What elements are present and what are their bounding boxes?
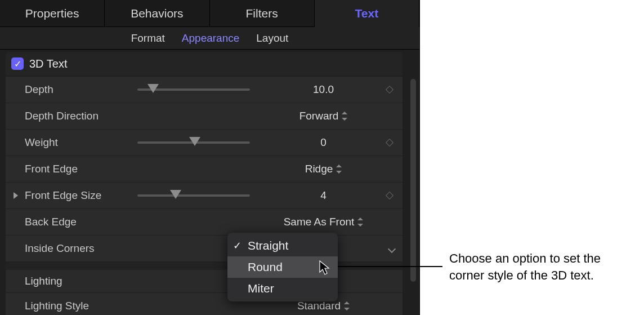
- updown-icon: [344, 302, 350, 310]
- popup-back-edge[interactable]: Same As Front: [250, 216, 397, 228]
- popup-lighting-style[interactable]: Standard: [250, 300, 397, 312]
- value-weight[interactable]: 0: [250, 136, 397, 149]
- tab-text[interactable]: Text: [315, 0, 419, 27]
- chevron-down-icon[interactable]: [388, 245, 395, 252]
- row-back-edge: Back Edge Same As Front: [6, 209, 402, 235]
- slider-weight[interactable]: [137, 138, 250, 147]
- callout-text: Choose an option to set the corner style…: [449, 250, 635, 283]
- label-weight: Weight: [25, 136, 137, 149]
- menu-item-miter[interactable]: Miter: [227, 278, 338, 299]
- tab-properties[interactable]: Properties: [0, 0, 105, 27]
- value-back-edge: Same As Front: [284, 216, 355, 228]
- row-inside-corners: Inside Corners: [6, 236, 402, 261]
- row-depth-direction: Depth Direction Forward: [6, 103, 402, 129]
- section-lighting: Lighting: [6, 270, 402, 292]
- menu-item-straight[interactable]: Straight: [227, 235, 338, 256]
- scrollbar[interactable]: [410, 79, 416, 282]
- subtab-appearance[interactable]: Appearance: [182, 32, 239, 45]
- label-lighting-style: Lighting Style: [25, 300, 137, 312]
- label-inside-corners: Inside Corners: [25, 242, 137, 255]
- row-front-edge-size: Front Edge Size 4: [6, 183, 402, 208]
- value-front-edge: Ridge: [305, 163, 333, 175]
- inspector-tabs: Properties Behaviors Filters Text: [0, 0, 419, 27]
- updown-icon: [336, 165, 342, 173]
- popup-front-edge[interactable]: Ridge: [250, 163, 397, 175]
- text-subtabs: Format Appearance Layout: [0, 27, 419, 50]
- row-front-edge: Front Edge Ridge: [6, 156, 402, 182]
- tab-behaviors[interactable]: Behaviors: [105, 0, 209, 27]
- disclosure-triangle-icon[interactable]: [14, 192, 18, 199]
- updown-icon: [357, 218, 363, 226]
- checkbox-3d-text[interactable]: ✓: [11, 57, 24, 70]
- value-depth[interactable]: 10.0: [250, 83, 397, 96]
- value-lighting-style: Standard: [297, 300, 341, 312]
- value-depth-direction: Forward: [299, 110, 339, 122]
- value-front-edge-size[interactable]: 4: [250, 189, 397, 202]
- section-3d-text: ✓ 3D Text: [6, 52, 402, 76]
- callout-line: [333, 266, 442, 267]
- inspector-panel: Properties Behaviors Filters Text Format…: [0, 0, 420, 315]
- label-depth-direction: Depth Direction: [25, 110, 137, 122]
- row-weight: Weight 0: [6, 130, 402, 156]
- subtab-format[interactable]: Format: [131, 32, 165, 45]
- mouse-cursor-icon: [319, 260, 331, 279]
- subtab-layout[interactable]: Layout: [256, 32, 288, 45]
- row-depth: Depth 10.0: [6, 77, 402, 103]
- row-lighting-style: Lighting Style Standard: [6, 293, 402, 315]
- updown-icon: [342, 112, 347, 120]
- section-lighting-label: Lighting: [25, 275, 62, 287]
- slider-front-edge-size[interactable]: [137, 191, 250, 200]
- label-depth: Depth: [25, 83, 137, 96]
- label-back-edge: Back Edge: [25, 216, 137, 228]
- section-3d-text-label: 3D Text: [29, 57, 67, 70]
- params-list: ✓ 3D Text Depth 10.0 Depth Direction For…: [6, 52, 402, 315]
- label-front-edge: Front Edge: [25, 163, 137, 175]
- label-front-edge-size: Front Edge Size: [25, 189, 137, 202]
- slider-depth[interactable]: [137, 85, 250, 94]
- popup-depth-direction[interactable]: Forward: [250, 110, 397, 122]
- tab-filters[interactable]: Filters: [210, 0, 315, 27]
